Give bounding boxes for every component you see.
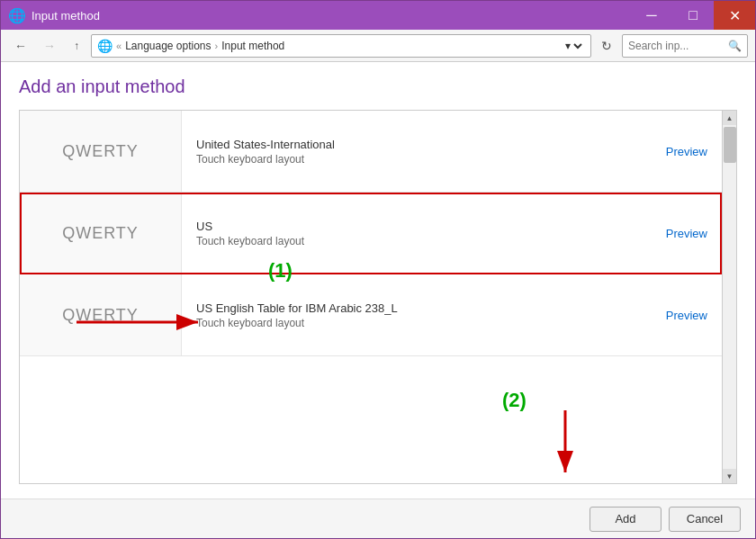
scrollbar-down-button[interactable]: ▼ bbox=[723, 469, 736, 483]
title-bar-left: 🌐 Input method bbox=[8, 7, 100, 24]
item-title-2: US bbox=[196, 220, 635, 233]
cancel-button[interactable]: Cancel bbox=[669, 507, 741, 532]
item-subtitle-2: Touch keyboard layout bbox=[196, 235, 635, 247]
back-button[interactable]: ← bbox=[8, 34, 33, 58]
bottom-bar: Add Cancel bbox=[1, 499, 755, 538]
keyboard-preview-2: QWERTY bbox=[20, 193, 182, 274]
up-button[interactable]: ↑ bbox=[66, 34, 87, 58]
items-area[interactable]: QWERTY United States-International Touch… bbox=[20, 111, 722, 483]
preview-link-2[interactable]: Preview bbox=[650, 227, 722, 240]
window: 🌐 Input method ─ □ ✕ ← → ↑ 🌐 « Language … bbox=[0, 0, 756, 539]
address-icon: 🌐 bbox=[97, 39, 112, 53]
item-title-1: United States-International bbox=[196, 138, 635, 151]
nav-bar: ← → ↑ 🌐 « Language options › Input metho… bbox=[1, 30, 755, 62]
forward-button[interactable]: → bbox=[37, 34, 62, 58]
scrollbar-up-button[interactable]: ▲ bbox=[723, 111, 736, 125]
address-bar[interactable]: 🌐 « Language options › Input method ▾ bbox=[91, 34, 591, 58]
refresh-button[interactable]: ↻ bbox=[595, 34, 618, 58]
preview-link-3[interactable]: Preview bbox=[650, 309, 722, 322]
search-icon: 🔍 bbox=[728, 40, 742, 52]
scrollbar-thumb[interactable] bbox=[724, 127, 736, 163]
keyboard-label-2: QWERTY bbox=[62, 224, 139, 243]
window-icon: 🌐 bbox=[8, 7, 26, 24]
keyboard-preview-3: QWERTY bbox=[20, 274, 182, 355]
list-container: QWERTY United States-International Touch… bbox=[19, 110, 737, 484]
item-description-2: US Touch keyboard layout bbox=[182, 209, 650, 258]
item-description-3: US English Table for IBM Arabic 238_L To… bbox=[182, 291, 650, 340]
maximize-button[interactable]: □ bbox=[672, 1, 714, 30]
item-title-3: US English Table for IBM Arabic 238_L bbox=[196, 301, 635, 315]
title-bar: 🌐 Input method ─ □ ✕ bbox=[1, 1, 755, 30]
add-button[interactable]: Add bbox=[590, 507, 662, 532]
keyboard-label-1: QWERTY bbox=[62, 142, 139, 161]
scrollbar-track: ▲ ▼ bbox=[722, 111, 736, 483]
preview-link-1[interactable]: Preview bbox=[650, 145, 722, 158]
keyboard-label-3: QWERTY bbox=[62, 306, 139, 325]
page-heading: Add an input method bbox=[19, 76, 737, 97]
breadcrumb-separator: › bbox=[215, 40, 219, 51]
breadcrumb-input: Input method bbox=[221, 40, 284, 52]
list-item-selected[interactable]: QWERTY US Touch keyboard layout Preview bbox=[20, 193, 722, 274]
window-title: Input method bbox=[32, 9, 100, 22]
title-bar-buttons: ─ □ ✕ bbox=[631, 1, 755, 30]
minimize-button[interactable]: ─ bbox=[631, 1, 672, 30]
main-content: Add an input method QWERTY United States… bbox=[1, 62, 755, 499]
list-item-3[interactable]: QWERTY US English Table for IBM Arabic 2… bbox=[20, 274, 722, 356]
list-item[interactable]: QWERTY United States-International Touch… bbox=[20, 111, 722, 193]
keyboard-preview-1: QWERTY bbox=[20, 111, 182, 192]
breadcrumb-lang[interactable]: Language options bbox=[125, 40, 211, 52]
item-subtitle-3: Touch keyboard layout bbox=[196, 317, 635, 329]
search-box-container: 🔍 bbox=[622, 34, 748, 58]
address-dropdown[interactable]: ▾ bbox=[562, 39, 585, 53]
item-subtitle-1: Touch keyboard layout bbox=[196, 153, 635, 166]
item-description-1: United States-International Touch keyboa… bbox=[182, 127, 650, 176]
address-separator: « bbox=[116, 40, 122, 51]
search-input[interactable] bbox=[628, 40, 718, 52]
close-button[interactable]: ✕ bbox=[714, 1, 755, 30]
